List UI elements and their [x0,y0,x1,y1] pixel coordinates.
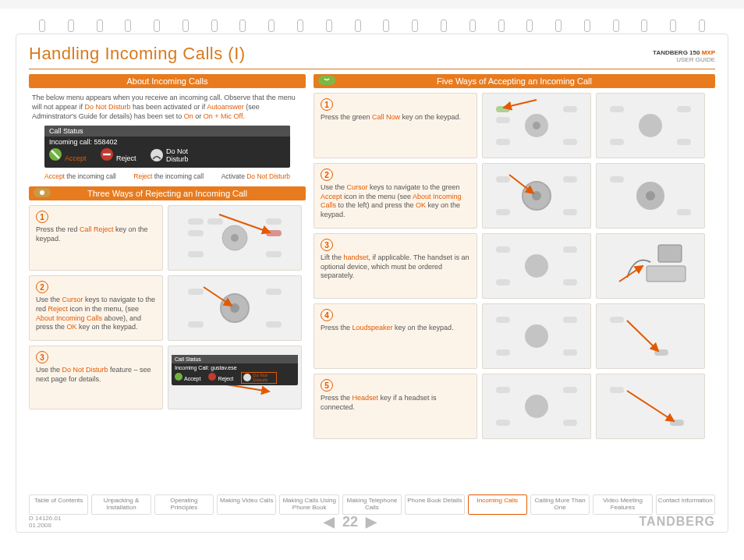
reject-illustration-1 [168,205,302,271]
accept-illustration-1a [482,93,591,158]
product-label: TANDBERG 150 MXP USER GUIDE [653,49,715,64]
accept-step-5: 5 Press the Headset key if a headset is … [314,374,477,439]
svg-rect-26 [610,139,624,145]
tab-toc[interactable]: Table of Contents [29,494,88,515]
tab-multicall[interactable]: Calling More Than One [530,494,590,515]
svg-rect-9 [266,251,282,257]
accept-illustration-3b [596,233,705,299]
svg-rect-52 [496,387,510,393]
tab-features[interactable]: Video Meeting Features [593,494,652,515]
tab-unpacking[interactable]: Unpacking & Installation [91,494,151,515]
reject-illustration-2 [168,275,302,341]
svg-point-20 [533,122,540,129]
tab-telephone[interactable]: Making Telephone Calls [342,494,402,515]
about-text: The below menu appears when you receive … [29,93,306,121]
svg-rect-2 [207,218,223,225]
svg-rect-48 [496,349,510,356]
svg-rect-38 [496,246,510,253]
svg-rect-23 [610,106,624,112]
svg-rect-17 [496,117,510,123]
tab-operating[interactable]: Operating Principles [154,494,214,515]
reject-icon [101,148,113,161]
phone-accept-icon [318,76,335,85]
svg-rect-21 [496,139,510,145]
spiral-binding [16,19,728,34]
tab-phonebook-calls[interactable]: Making Calls Using Phone Book [279,494,338,515]
reject-step-2: 2 Use the Cursor keys to navigate to the… [29,275,163,341]
svg-rect-4 [188,230,204,236]
svg-rect-32 [496,209,510,215]
svg-rect-14 [188,321,204,328]
svg-rect-24 [677,106,691,112]
svg-rect-8 [188,251,204,257]
tab-phonebook-details[interactable]: Phone Book Details [405,494,464,515]
svg-rect-56 [563,420,577,426]
accept-illustration-3a [482,233,591,299]
prev-page-icon[interactable]: ◀ [324,513,335,530]
svg-rect-31 [563,176,577,183]
svg-rect-46 [563,317,577,323]
svg-rect-50 [610,317,624,323]
svg-rect-1 [188,218,204,225]
svg-rect-42 [563,279,577,285]
svg-rect-22 [563,139,577,145]
svg-rect-15 [266,321,282,328]
tab-incoming[interactable]: Incoming Calls [468,494,527,515]
svg-rect-51 [654,349,668,356]
call-status-menu: Call Status Incoming call: 558402 Accept… [44,126,290,168]
accept-illustration-4b [596,303,705,369]
reject-illustration-3: Call Status Incoming Call: gustav.ese Ac… [168,346,302,409]
accept-step-2: 2 Use the Cursor keys to navigate to the… [314,163,477,229]
svg-point-0 [40,190,44,195]
svg-rect-30 [496,176,510,183]
svg-point-40 [525,254,548,278]
svg-rect-5 [266,230,282,236]
svg-rect-37 [677,209,691,215]
accept-step-3: 3 Lift the handset, if applicable. The h… [314,233,477,299]
svg-rect-55 [496,420,510,426]
svg-rect-45 [496,317,510,323]
doc-info: D 14126.0101.2008 [29,515,61,529]
svg-rect-33 [563,209,577,215]
svg-rect-10 [188,289,204,295]
svg-point-25 [639,114,662,137]
accept-illustration-2a [482,163,591,229]
nav-tabs: Table of Contents Unpacking & Installati… [29,494,715,515]
accept-icon [49,148,62,161]
accept-step-4: 4 Press the Loudspeaker key on the keypa… [314,303,477,369]
svg-rect-27 [677,139,691,145]
svg-rect-41 [496,279,510,285]
svg-rect-39 [563,246,577,253]
phone-reject-icon [34,188,51,197]
svg-point-47 [525,324,548,348]
svg-rect-11 [266,289,282,295]
accept-illustration-5a [482,374,591,439]
tab-contact[interactable]: Contact Information [656,494,715,515]
page-title: Handling Incoming Calls (I) [29,44,246,64]
svg-rect-44 [647,266,686,282]
menu-captions: Accept the incoming call Reject the inco… [44,172,290,180]
accept-illustration-5b [596,374,705,439]
svg-rect-3 [266,218,282,225]
reject-step-1: 1 Press the red Call Reject key on the k… [29,205,163,271]
section-bar-about: About Incoming Calls [29,74,306,88]
brand-logo: TANDBERG [639,515,715,529]
section-bar-accept: Five Ways of Accepting an Incoming Call [314,74,715,88]
svg-point-7 [231,234,239,242]
svg-rect-18 [563,106,577,112]
svg-rect-36 [610,176,624,183]
svg-point-54 [525,395,548,418]
tab-video-calls[interactable]: Making Video Calls [217,494,276,515]
svg-rect-53 [563,387,577,393]
accept-illustration-2b [596,163,705,229]
accept-illustration-4a [482,303,591,369]
accept-illustration-1b [596,93,705,158]
svg-rect-57 [610,387,624,393]
svg-rect-49 [563,349,577,356]
dnd-icon [151,149,163,161]
page-number: 22 [342,514,358,530]
section-bar-reject: Three Ways of Rejecting an Incoming Call [29,186,306,200]
svg-rect-43 [658,245,682,262]
accept-step-1: 1 Press the green Call Now key on the ke… [314,93,477,158]
next-page-icon[interactable]: ▶ [366,513,377,530]
